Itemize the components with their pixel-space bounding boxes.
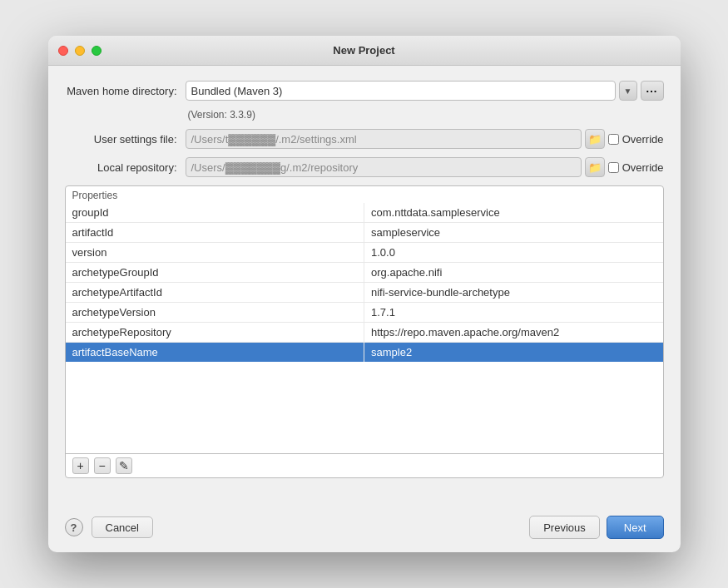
property-value: nifi-service-bundle-archetype — [364, 283, 663, 303]
properties-table: groupIdcom.nttdata.sampleserviceartifact… — [66, 203, 663, 362]
table-row[interactable]: archetypeArtifactIdnifi-service-bundle-a… — [66, 283, 663, 303]
edit-property-button[interactable]: ✎ — [116, 457, 132, 474]
table-row[interactable]: version1.0.0 — [66, 243, 663, 263]
local-repo-row: Local repository: /Users/▓▓▓▓▓▓▓g/.m2/re… — [65, 157, 664, 177]
property-key: archetypeRepository — [66, 323, 364, 343]
minimize-button[interactable] — [75, 46, 85, 56]
property-key: archetypeVersion — [66, 303, 364, 323]
property-value: com.nttdata.sampleservice — [364, 203, 663, 223]
property-key: artifactId — [66, 223, 364, 243]
property-value: 1.7.1 — [364, 303, 663, 323]
main-window: New Project Maven home directory: Bundle… — [48, 36, 681, 552]
window-title: New Project — [333, 44, 394, 57]
maven-dropdown-field[interactable]: Bundled (Maven 3) — [186, 81, 616, 101]
maven-label: Maven home directory: — [65, 85, 186, 97]
table-row[interactable]: archetypeRepositoryhttps://repo.maven.ap… — [66, 323, 663, 343]
maven-control-group: Bundled (Maven 3) ▼ ··· — [186, 81, 664, 101]
local-repo-override-checkbox[interactable] — [608, 162, 619, 173]
user-settings-override-checkbox[interactable] — [608, 134, 619, 145]
table-row[interactable]: archetypeVersion1.7.1 — [66, 303, 663, 323]
local-repo-override-group: Override — [608, 161, 664, 174]
maven-row: Maven home directory: Bundled (Maven 3) … — [65, 81, 664, 101]
property-value: 1.0.0 — [364, 243, 663, 263]
table-row[interactable]: groupIdcom.nttdata.sampleservice — [66, 203, 663, 223]
property-key: artifactBaseName — [66, 343, 364, 363]
properties-empty-area — [66, 362, 663, 453]
user-settings-folder-button[interactable]: 📁 — [585, 129, 605, 149]
property-key: version — [66, 243, 364, 263]
property-key: archetypeGroupId — [66, 263, 364, 283]
property-value: https://repo.maven.apache.org/maven2 — [364, 323, 663, 343]
local-repo-field[interactable]: /Users/▓▓▓▓▓▓▓g/.m2/repository — [186, 157, 582, 177]
maven-dropdown-arrow[interactable]: ▼ — [619, 81, 637, 101]
user-settings-override-group: Override — [608, 133, 664, 146]
user-settings-label: User settings file: — [65, 133, 186, 146]
property-key: archetypeArtifactId — [66, 283, 364, 303]
table-row[interactable]: artifactBaseNamesample2 — [66, 343, 663, 363]
add-property-button[interactable]: + — [72, 457, 89, 474]
next-button[interactable]: Next — [607, 516, 664, 539]
remove-property-button[interactable]: − — [94, 457, 111, 474]
property-value: org.apache.nifi — [364, 263, 663, 283]
bottom-right: Previous Next — [529, 516, 663, 539]
user-settings-override-label: Override — [622, 133, 664, 146]
titlebar: New Project — [48, 36, 681, 66]
property-value: sample2 — [364, 343, 663, 363]
maven-version-text: (Version: 3.3.9) — [188, 109, 664, 121]
bottom-bar: ? Cancel Previous Next — [48, 506, 681, 552]
properties-title: Properties — [66, 186, 663, 201]
cancel-button[interactable]: Cancel — [92, 516, 153, 538]
table-row[interactable]: archetypeGroupIdorg.apache.nifi — [66, 263, 663, 283]
close-button[interactable] — [58, 46, 68, 56]
maximize-button[interactable] — [92, 46, 102, 56]
traffic-lights — [58, 46, 102, 56]
properties-toolbar: + − ✎ — [66, 453, 663, 477]
table-row[interactable]: artifactIdsampleservice — [66, 223, 663, 243]
user-settings-control-group: /Users/t▓▓▓▓▓▓/.m2/settings.xml 📁 Overri… — [186, 129, 664, 149]
property-value: sampleservice — [364, 223, 663, 243]
folder-icon-2: 📁 — [588, 161, 602, 174]
folder-icon: 📁 — [588, 133, 602, 146]
local-repo-override-label: Override — [622, 161, 664, 174]
previous-button[interactable]: Previous — [529, 516, 600, 539]
content-area: Maven home directory: Bundled (Maven 3) … — [48, 66, 681, 506]
local-repo-folder-button[interactable]: 📁 — [585, 157, 605, 177]
user-settings-row: User settings file: /Users/t▓▓▓▓▓▓/.m2/s… — [65, 129, 664, 149]
properties-section: Properties groupIdcom.nttdata.sampleserv… — [65, 185, 664, 478]
user-settings-field[interactable]: /Users/t▓▓▓▓▓▓/.m2/settings.xml — [186, 129, 582, 149]
maven-browse-button[interactable]: ··· — [641, 81, 664, 101]
local-repo-control-group: /Users/▓▓▓▓▓▓▓g/.m2/repository 📁 Overrid… — [186, 157, 664, 177]
chevron-down-icon: ▼ — [624, 86, 632, 96]
help-button[interactable]: ? — [65, 518, 83, 536]
bottom-left: ? Cancel — [65, 516, 153, 538]
local-repo-label: Local repository: — [65, 161, 186, 174]
property-key: groupId — [66, 203, 364, 223]
